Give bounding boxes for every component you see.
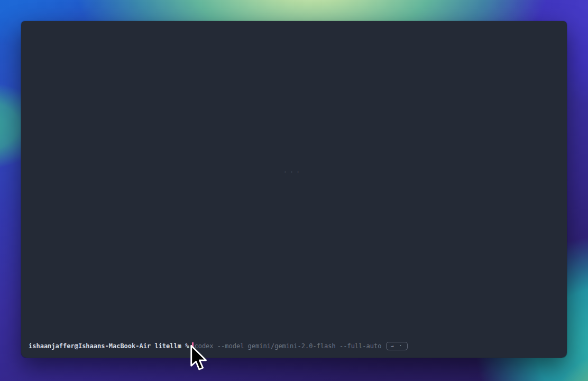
accept-suggestion-key-hint: → · — [386, 342, 407, 350]
shell-prompt: ishaanjaffer@Ishaans-MacBook-Air litellm… — [29, 342, 189, 350]
text-caret — [192, 342, 194, 350]
desktop: ··· ishaanjaffer@Ishaans-MacBook-Air lit… — [0, 0, 588, 381]
terminal-loading-dots: ··· — [278, 168, 308, 176]
terminal-prompt-line[interactable]: ishaanjaffer@Ishaans-MacBook-Air litellm… — [29, 341, 408, 351]
autosuggestion-text: codex --model gemini/gemini-2.0-flash --… — [194, 342, 381, 350]
terminal-window[interactable]: ··· ishaanjaffer@Ishaans-MacBook-Air lit… — [21, 21, 567, 358]
